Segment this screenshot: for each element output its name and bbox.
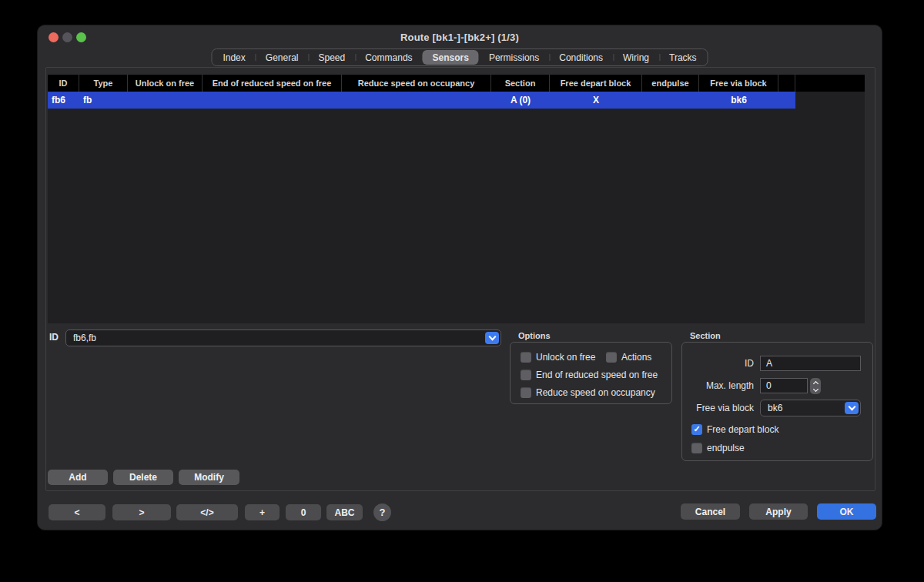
endpulse-label: endpulse xyxy=(707,443,745,453)
actions-label: Actions xyxy=(621,352,651,363)
ok-button[interactable]: OK xyxy=(817,503,876,520)
id-label: ID xyxy=(49,332,59,343)
max-length-field[interactable]: 0 xyxy=(760,378,808,393)
column-header-filler xyxy=(795,75,865,92)
sensor-id-dropdown-button[interactable] xyxy=(485,332,499,344)
tab-conditions[interactable]: Conditions xyxy=(549,50,613,65)
cell-blank xyxy=(778,92,795,109)
chevron-down-icon xyxy=(488,333,496,341)
column-header-free-via-block[interactable]: Free via block xyxy=(699,75,778,92)
checkbox-actions[interactable]: Actions xyxy=(606,352,651,363)
cell-endpulse xyxy=(642,92,699,109)
free-via-block-combobox[interactable]: bk6 xyxy=(760,400,861,416)
cell-id: fb6 xyxy=(48,92,79,109)
column-header-id[interactable]: ID xyxy=(48,75,79,92)
checkbox-endpulse[interactable]: endpulse xyxy=(691,443,745,453)
section-id-label: ID xyxy=(681,358,754,369)
checkbox-end-of-reduced-speed[interactable]: End of reduced speed on free xyxy=(521,370,658,380)
free-depart-block-label: Free depart block xyxy=(707,424,778,435)
cell-free-via-block: bk6 xyxy=(699,92,778,109)
chevron-down-icon xyxy=(848,403,855,411)
stepper-down-icon xyxy=(812,386,818,391)
max-length-stepper[interactable] xyxy=(810,378,821,394)
column-header-section[interactable]: Section xyxy=(491,75,550,92)
plus-button[interactable]: + xyxy=(245,504,280,520)
route-dialog-window: Route [bk1-]-[bk2+] (1/3) Index General … xyxy=(37,25,882,530)
sensor-id-combobox[interactable]: fb6,fb xyxy=(65,329,501,346)
end-of-reduced-speed-checkbox-icon[interactable] xyxy=(521,370,531,380)
tab-sensors[interactable]: Sensors xyxy=(423,50,479,65)
actions-checkbox-icon[interactable] xyxy=(606,352,617,363)
section-group-title: Section xyxy=(690,331,721,340)
code-button[interactable]: </> xyxy=(176,504,238,520)
checkbox-reduce-speed[interactable]: Reduce speed on occupancy xyxy=(521,387,655,398)
tab-general[interactable]: General xyxy=(256,50,309,65)
checkbox-unlock-on-free[interactable]: Unlock on free xyxy=(521,352,595,363)
max-length-value: 0 xyxy=(766,380,772,391)
cell-end-of-reduced-speed xyxy=(203,92,342,109)
free-depart-block-checkbox-icon[interactable]: ✓ xyxy=(691,424,702,435)
section-id-field[interactable]: A xyxy=(760,356,861,371)
sensors-table[interactable]: ID Type Unlock on free End of reduced sp… xyxy=(48,75,865,323)
apply-button[interactable]: Apply xyxy=(749,503,808,520)
column-header-blank xyxy=(778,75,795,92)
reduce-speed-checkbox-icon[interactable] xyxy=(521,387,531,398)
cancel-button[interactable]: Cancel xyxy=(681,503,740,520)
endpulse-checkbox-icon[interactable] xyxy=(691,443,702,453)
column-header-endpulse[interactable]: endpulse xyxy=(642,75,699,92)
tab-tracks[interactable]: Tracks xyxy=(659,50,707,65)
prev-route-button[interactable]: < xyxy=(49,504,105,520)
tab-index[interactable]: Index xyxy=(213,50,255,65)
column-header-reduce-speed[interactable]: Reduce speed on occupancy xyxy=(342,75,491,92)
abc-button[interactable]: ABC xyxy=(326,504,363,520)
column-header-free-depart-block[interactable]: Free depart block xyxy=(550,75,642,92)
tab-permissions[interactable]: Permissions xyxy=(479,50,549,65)
help-button[interactable]: ? xyxy=(373,503,391,521)
max-length-label: Max. length xyxy=(681,380,754,391)
cell-reduce-speed xyxy=(342,92,491,109)
tab-bar: Index General Speed Commands Sensors Per… xyxy=(211,48,708,66)
cell-unlock-on-free xyxy=(128,92,203,109)
unlock-on-free-checkbox-icon[interactable] xyxy=(521,352,531,363)
options-group-title: Options xyxy=(518,331,551,340)
tab-commands[interactable]: Commands xyxy=(355,50,422,65)
free-via-block-dropdown-button[interactable] xyxy=(845,402,859,414)
modify-button[interactable]: Modify xyxy=(179,470,239,485)
delete-button[interactable]: Delete xyxy=(113,470,173,485)
free-via-block-label: Free via block xyxy=(681,403,754,413)
window-title: Route [bk1-]-[bk2+] (1/3) xyxy=(38,32,882,43)
zero-button[interactable]: 0 xyxy=(286,504,321,520)
tab-wiring[interactable]: Wiring xyxy=(613,50,659,65)
cell-free-depart-block: X xyxy=(550,92,642,109)
add-button[interactable]: Add xyxy=(48,470,108,485)
section-id-value: A xyxy=(766,358,772,369)
table-header-row: ID Type Unlock on free End of reduced sp… xyxy=(48,75,865,92)
free-via-block-value: bk6 xyxy=(768,403,782,413)
cell-type: fb xyxy=(79,92,128,109)
sensor-id-value: fb6,fb xyxy=(73,333,96,343)
unlock-on-free-label: Unlock on free xyxy=(536,352,595,363)
table-row[interactable]: fb6 fb A (0) X bk6 xyxy=(48,92,795,109)
column-header-unlock-on-free[interactable]: Unlock on free xyxy=(128,75,203,92)
check-icon: ✓ xyxy=(693,425,700,433)
column-header-end-of-reduced-speed[interactable]: End of reduced speed on free xyxy=(203,75,342,92)
checkbox-free-depart-block[interactable]: ✓ Free depart block xyxy=(691,424,778,435)
titlebar[interactable]: Route [bk1-]-[bk2+] (1/3) xyxy=(38,25,882,48)
column-header-type[interactable]: Type xyxy=(79,75,128,92)
tab-speed[interactable]: Speed xyxy=(309,50,356,65)
reduce-speed-label: Reduce speed on occupancy xyxy=(536,387,655,398)
next-route-button[interactable]: > xyxy=(112,504,171,520)
end-of-reduced-speed-label: End of reduced speed on free xyxy=(536,370,658,380)
cell-section: A (0) xyxy=(491,92,550,109)
